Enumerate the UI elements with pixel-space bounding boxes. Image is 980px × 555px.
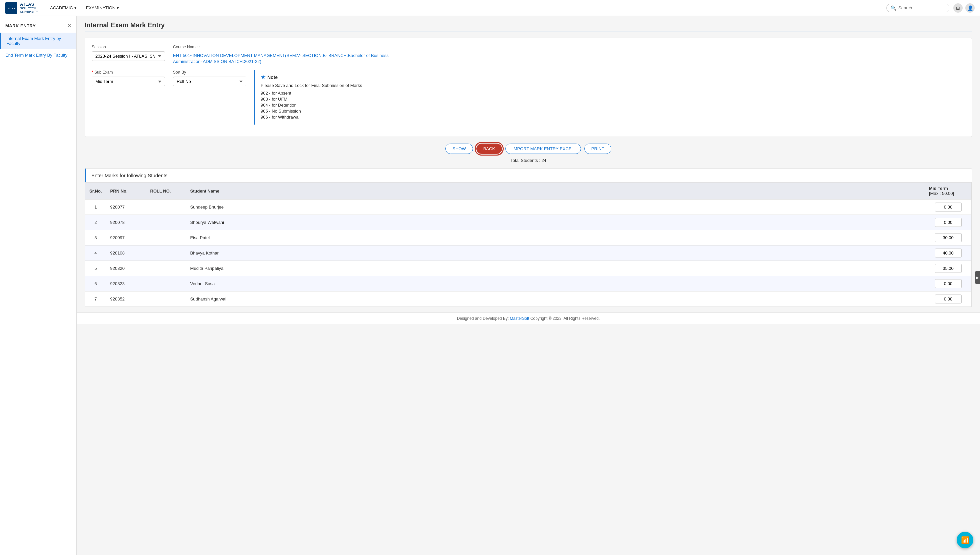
form-row-subexam: * Sub Exam Mid Term Sort By Roll No (92, 70, 965, 125)
back-button[interactable]: BACK (476, 144, 502, 154)
cell-midterm (925, 199, 972, 215)
session-group: Session 2023-24 Session I - ATLAS ISME S… (92, 45, 165, 61)
table-row: 1 920077 Sundeep Bhurjee (85, 199, 972, 215)
app-layout: MARK ENTRY × Internal Exam Mark Entry by… (0, 16, 980, 555)
note-item-904: 904 - for Detention (261, 103, 960, 107)
cell-srno: 7 (85, 292, 106, 307)
cell-name: Sundeep Bhurjee (186, 199, 925, 215)
marks-input[interactable] (935, 202, 962, 212)
buttons-row: SHOW BACK IMPORT MARK ENTRY EXCEL PRINT (85, 144, 972, 154)
nav-links: ACADEMIC ▾ EXAMINATION ▾ (46, 3, 123, 12)
sidebar-close-button[interactable]: × (68, 22, 71, 29)
table-row: 5 920320 Mudita Panpaliya (85, 261, 972, 276)
search-icon: 🔍 (891, 5, 896, 11)
cell-roll (146, 261, 186, 276)
col-header-roll: ROLL NO. (146, 183, 186, 199)
sidebar-item-internal-exam[interactable]: Internal Exam Mark Entry by Faculty (0, 33, 76, 49)
marks-input[interactable] (935, 233, 962, 242)
chat-icon: 📶 (961, 536, 969, 544)
nav-academic[interactable]: ACADEMIC ▾ (46, 3, 81, 12)
marks-input[interactable] (935, 279, 962, 288)
footer-copyright: Copyright © 2023. All Rights Reserved. (530, 316, 600, 321)
cell-prn: 920077 (106, 199, 146, 215)
col-header-midterm: Mid Term[Max : 50.00] (925, 183, 972, 199)
user-avatar[interactable]: 👤 (966, 3, 975, 13)
cell-prn: 920097 (106, 230, 146, 245)
footer: Designed and Developed By: MasterSoft Co… (77, 313, 980, 324)
sidebar-title: MARK ENTRY (5, 23, 36, 28)
page-title: Internal Exam Mark Entry (85, 21, 972, 32)
cell-srno: 3 (85, 230, 106, 245)
content-inner: Internal Exam Mark Entry Session 2023-24… (77, 16, 980, 313)
chevron-down-icon: ▾ (117, 5, 119, 10)
print-button[interactable]: PRINT (584, 144, 611, 154)
table-row: 6 920323 Vedant Sosa (85, 276, 972, 292)
course-name-label: Course Name : (173, 45, 965, 49)
cell-name: Mudita Panpaliya (186, 261, 925, 276)
cell-srno: 6 (85, 276, 106, 292)
table-row: 4 920108 Bhavya Kothari (85, 245, 972, 261)
brand-text: ATLAS SKILLTECHUNIVERSITY (20, 2, 38, 13)
marks-input[interactable] (935, 218, 962, 227)
chat-button[interactable]: 📶 (957, 532, 974, 549)
cell-roll (146, 245, 186, 261)
marks-input[interactable] (935, 295, 962, 303)
cell-name: Eisa Patel (186, 230, 925, 245)
marks-input[interactable] (935, 249, 962, 258)
nav-examination[interactable]: EXAMINATION ▾ (82, 3, 123, 12)
cell-roll (146, 199, 186, 215)
show-button[interactable]: SHOW (445, 144, 473, 154)
nav-icons: ⊞ 👤 (953, 3, 975, 13)
col-header-name: Student Name (186, 183, 925, 199)
cell-name: Shourya Watwani (186, 215, 925, 230)
table-row: 2 920078 Shourya Watwani (85, 215, 972, 230)
svg-text:ATLAS: ATLAS (8, 7, 15, 10)
cell-midterm (925, 276, 972, 292)
note-item-905: 905 - No Submission (261, 109, 960, 114)
session-label: Session (92, 45, 165, 49)
brand-logo: ATLAS ATLAS SKILLTECHUNIVERSITY (5, 2, 38, 14)
star-icon: ★ (261, 74, 265, 80)
col-header-srno: Sr.No. (85, 183, 106, 199)
main-content: Internal Exam Mark Entry Session 2023-24… (77, 16, 980, 555)
search-input[interactable] (898, 5, 945, 10)
search-box[interactable]: 🔍 (886, 4, 949, 12)
sidebar-header: MARK ENTRY × (0, 20, 76, 33)
marks-input[interactable] (935, 264, 962, 273)
form-section: Session 2023-24 Session I - ATLAS ISME S… (85, 38, 972, 137)
sortby-select[interactable]: Roll No (173, 77, 246, 86)
note-item-906: 906 - for Withdrawal (261, 115, 960, 120)
sidebar: MARK ENTRY × Internal Exam Mark Entry by… (0, 16, 77, 555)
grid-icon[interactable]: ⊞ (953, 3, 963, 13)
footer-link[interactable]: MasterSoft (510, 316, 529, 321)
import-button[interactable]: IMPORT MARK ENTRY EXCEL (505, 144, 581, 154)
table-section: Enter Marks for following Students Sr.No… (85, 168, 972, 307)
subexam-select[interactable]: Mid Term (92, 77, 165, 86)
table-header: Sr.No. PRN No. ROLL NO. Student Name Mid… (85, 183, 972, 199)
chevron-down-icon: ▾ (74, 5, 77, 10)
cell-name: Vedant Sosa (186, 276, 925, 292)
cell-roll (146, 230, 186, 245)
cell-srno: 4 (85, 245, 106, 261)
session-select[interactable]: 2023-24 Session I - ATLAS ISME Scho... (92, 51, 165, 61)
note-save-text: Please Save and Lock for Final Submissio… (261, 83, 960, 88)
cell-name: Sudhansh Agarwal (186, 292, 925, 307)
sortby-group: Sort By Roll No (173, 70, 246, 86)
cell-roll (146, 276, 186, 292)
note-title: ★ Note (261, 74, 960, 80)
cell-midterm (925, 215, 972, 230)
cell-midterm (925, 261, 972, 276)
marks-tbody: 1 920077 Sundeep Bhurjee 2 920078 Shoury… (85, 199, 972, 307)
brand-name: ATLAS (20, 2, 38, 6)
course-name-link[interactable]: ENT 501~INNOVATION DEVELOPMENT MANAGEMEN… (173, 53, 406, 65)
cell-name: Bhavya Kothari (186, 245, 925, 261)
table-row: 3 920097 Eisa Patel (85, 230, 972, 245)
navbar: ATLAS ATLAS SKILLTECHUNIVERSITY ACADEMIC… (0, 0, 980, 16)
subexam-label: * Sub Exam (92, 70, 165, 75)
footer-text: Designed and Developed By: (457, 316, 509, 321)
sidebar-item-end-term[interactable]: End Term Mark Entry By Faculty (0, 49, 76, 61)
cell-prn: 920323 (106, 276, 146, 292)
logo-icon: ATLAS (5, 2, 17, 14)
cell-prn: 920078 (106, 215, 146, 230)
brand-sub: SKILLTECHUNIVERSITY (20, 7, 38, 14)
